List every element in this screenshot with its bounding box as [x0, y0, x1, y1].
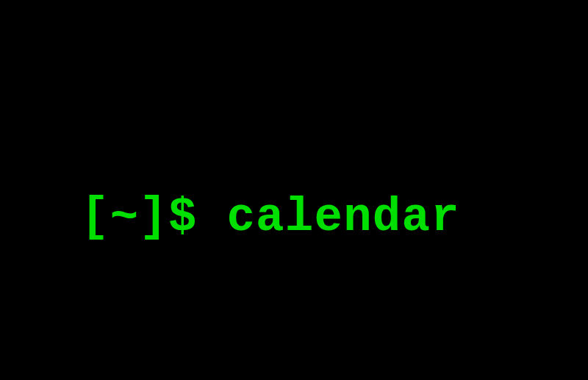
command-input[interactable]: calendar [226, 191, 460, 244]
terminal-window[interactable]: [~]$ calendar [0, 0, 588, 380]
shell-prompt: [~]$ [81, 191, 226, 244]
command-line[interactable]: [~]$ calendar [81, 191, 460, 244]
